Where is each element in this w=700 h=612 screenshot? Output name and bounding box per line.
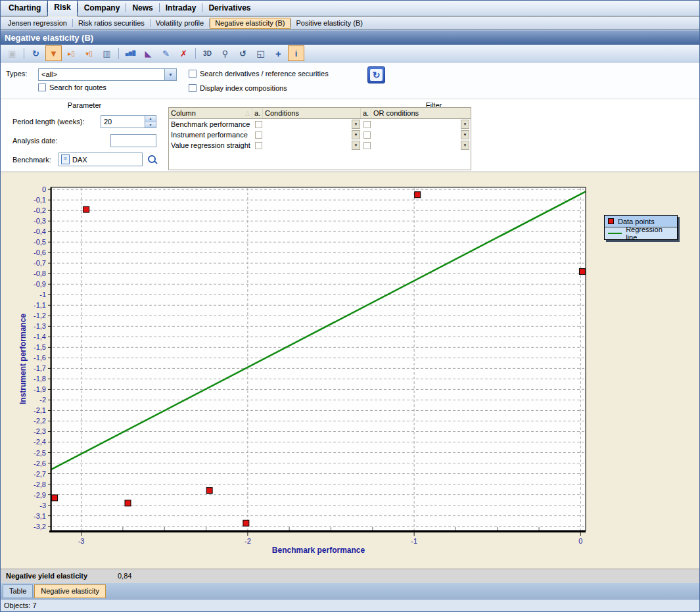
perspective-icon[interactable]: ◱: [252, 45, 269, 61]
filter-col-header-conditions[interactable]: Conditions: [263, 108, 361, 118]
insert-column-icon[interactable]: ▸▯: [63, 45, 80, 61]
chart-panel[interactable]: 0-0,1-0,2-0,3-0,4-0,5-0,6-0,7-0,8-0,9-1-…: [1, 172, 699, 569]
bottom-tab-negative-elasticity[interactable]: Negative elasticity: [34, 584, 106, 598]
y-tick-label: -1,1: [34, 301, 46, 309]
bar-chart-icon[interactable]: ▄▆█: [122, 45, 139, 61]
data-point-marker[interactable]: [415, 192, 421, 198]
checkbox-box[interactable]: [38, 83, 46, 91]
add-icon[interactable]: +: [270, 45, 287, 61]
and-condition-checkbox[interactable]: [363, 121, 371, 128]
analysis-date-field[interactable]: [110, 134, 156, 147]
chevron-down-icon[interactable]: ▼: [461, 130, 469, 139]
y-tick-label: -2,5: [34, 449, 46, 457]
analysis-date-label: Analysis date:: [12, 137, 57, 145]
types-dropdown[interactable]: <all> ▼: [38, 68, 177, 81]
chart-legend: Data pointsRegression line: [604, 215, 678, 240]
bottom-tab-table[interactable]: Table: [3, 584, 33, 598]
or-conditions-dropdown[interactable]: ▼: [371, 119, 470, 129]
delete-icon[interactable]: ✗: [175, 45, 192, 61]
refresh-icon: ↻: [370, 69, 383, 81]
search-for-quotes-checkbox[interactable]: Search for quotes: [38, 83, 106, 91]
subtab-volatility-profile[interactable]: Volatility profile: [151, 18, 209, 29]
run-search-button[interactable]: ↻: [367, 66, 385, 83]
data-point-marker[interactable]: [243, 520, 249, 526]
tab-company[interactable]: Company: [78, 1, 126, 16]
subtab-negative-elasticity-b[interactable]: Negative elasticity (B): [210, 18, 290, 29]
and-condition-checkbox[interactable]: [363, 131, 371, 139]
legend-item-regression-line[interactable]: Regression line: [605, 227, 677, 239]
3d-icon[interactable]: 3D: [199, 45, 216, 61]
or-conditions-dropdown[interactable]: ▼: [371, 129, 470, 140]
filter-settings-icon[interactable]: ▼: [45, 45, 62, 61]
result-bar: Negative yield elasticity 0,84: [1, 569, 699, 583]
filter-col-header-column[interactable]: Column△: [169, 108, 252, 118]
filter-col-header-a-2[interactable]: a.: [361, 108, 371, 118]
plot-area[interactable]: [51, 187, 586, 530]
period-length-stepper[interactable]: 20 ▲ ▼: [101, 115, 156, 128]
or-conditions-dropdown[interactable]: ▼: [371, 140, 470, 151]
status-bar: Objects: 7: [1, 599, 699, 612]
data-point-marker[interactable]: [52, 495, 58, 501]
y-tick-label: -2,8: [34, 481, 46, 488]
benchmark-field[interactable]: ≡ DAX: [58, 153, 143, 166]
report-icon[interactable]: ✎: [158, 45, 174, 61]
filter-col-header-or-conditions[interactable]: OR conditions: [371, 108, 470, 118]
info-icon[interactable]: i: [288, 45, 304, 61]
y-tick-label: -1,6: [34, 354, 46, 362]
chevron-down-icon[interactable]: ▼: [461, 120, 469, 129]
chevron-down-icon[interactable]: ▼: [164, 69, 176, 80]
subtab-risk-ratios-securities[interactable]: Risk ratios securities: [73, 18, 150, 29]
app-window: ChartingRiskCompanyNewsIntradayDerivativ…: [0, 0, 700, 612]
legend-label: Data points: [618, 218, 655, 225]
benchmark-search-icon[interactable]: [147, 154, 158, 166]
conditions-dropdown[interactable]: ▼: [263, 129, 361, 140]
subtab-positive-elasticity-b[interactable]: Positive elasticity (B): [291, 18, 368, 29]
tab-risk[interactable]: Risk: [47, 0, 77, 16]
and-condition-checkbox[interactable]: [363, 142, 371, 149]
insert-row-icon[interactable]: ▾▯: [81, 45, 97, 61]
spinner-up-icon[interactable]: ▲: [145, 116, 156, 122]
refresh-icon[interactable]: ↻: [28, 45, 44, 61]
chevron-down-icon[interactable]: ▼: [352, 120, 360, 129]
elasticity-chart[interactable]: 0-0,1-0,2-0,3-0,4-0,5-0,6-0,7-0,8-0,9-1-…: [1, 172, 700, 569]
filter-table: Column△a.Conditionsa.OR conditionsBenchm…: [168, 107, 471, 170]
tab-news[interactable]: News: [126, 1, 158, 16]
tab-intraday[interactable]: Intraday: [160, 1, 202, 16]
chevron-down-icon[interactable]: ▼: [461, 141, 469, 150]
toolbar: ▣↻▼▸▯▾▯▥▄▆█◣✎✗3D⚲↺◱+i: [1, 45, 699, 62]
checkbox-box[interactable]: [189, 84, 197, 92]
spinner-down-icon[interactable]: ▼: [145, 122, 156, 128]
and-condition-checkbox[interactable]: [255, 131, 262, 139]
rotate-icon[interactable]: ↺: [235, 45, 251, 61]
zoom-z-icon[interactable]: ⚲: [217, 45, 233, 61]
y-tick-label: -1,3: [34, 322, 46, 330]
subtab-jensen-regression[interactable]: Jensen regression: [3, 18, 72, 29]
parameter-header: Parameter: [1, 101, 168, 109]
and-condition-checkbox[interactable]: [255, 142, 262, 149]
conditions-dropdown[interactable]: ▼: [263, 140, 361, 151]
chart-sliders-icon[interactable]: ▥: [99, 45, 115, 61]
tab-charting[interactable]: Charting: [3, 1, 47, 16]
tab-derivatives[interactable]: Derivatives: [202, 1, 256, 16]
data-point-marker[interactable]: [125, 500, 131, 506]
search-for-quotes-label: Search for quotes: [49, 83, 106, 91]
legend-point-swatch: [608, 218, 614, 224]
color-chart-icon[interactable]: ◣: [140, 45, 156, 61]
y-tick-label: -1,7: [34, 364, 46, 372]
data-point-marker[interactable]: [579, 269, 585, 275]
column-header-label: Conditions: [265, 109, 299, 117]
and-condition-checkbox[interactable]: [255, 121, 262, 128]
chevron-down-icon[interactable]: ▼: [352, 141, 360, 150]
data-point-marker[interactable]: [206, 488, 212, 494]
column-header-label: OR conditions: [373, 109, 419, 117]
y-tick-label: -2,4: [34, 438, 46, 446]
display-index-checkbox[interactable]: Display index compositions: [189, 84, 287, 92]
filter-col-header-a[interactable]: a.: [252, 108, 263, 118]
data-point-marker[interactable]: [83, 206, 89, 212]
toolbar-separator: [195, 48, 196, 59]
chevron-down-icon[interactable]: ▼: [352, 130, 360, 139]
conditions-dropdown[interactable]: ▼: [263, 119, 361, 129]
checkbox-box[interactable]: [189, 70, 197, 78]
legend-line-swatch: [608, 233, 622, 234]
search-derivatives-checkbox[interactable]: Search derivatives / reference securitie…: [189, 70, 329, 78]
